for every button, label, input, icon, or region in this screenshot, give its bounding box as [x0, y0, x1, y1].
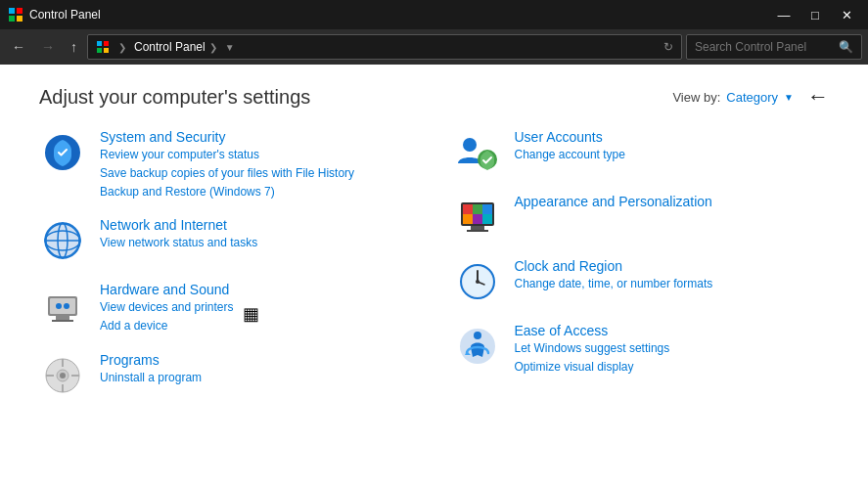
ease-of-access-text: Ease of Access Let Windows suggest setti…	[515, 323, 670, 376]
panel-clock: Clock and Region Change date, time, or n…	[454, 258, 830, 305]
app-icon	[8, 7, 23, 22]
content-header: Adjust your computer's settings View by:…	[39, 84, 829, 110]
programs-icon	[39, 352, 86, 399]
svg-point-19	[56, 303, 62, 309]
right-panels: User Accounts Change account type	[454, 129, 830, 417]
svg-rect-0	[9, 8, 15, 14]
ease-of-access-title[interactable]: Ease of Access	[515, 323, 670, 338]
network-title[interactable]: Network and Internet	[100, 217, 257, 233]
up-button[interactable]: ↑	[65, 35, 83, 59]
clock-text: Clock and Region Change date, time, or n…	[515, 258, 713, 292]
hardware-title[interactable]: Hardware and Sound	[100, 282, 234, 297]
programs-title[interactable]: Programs	[100, 352, 202, 368]
svg-rect-6	[97, 48, 102, 53]
network-icon	[39, 217, 86, 264]
backup-files-link[interactable]: Save backup copies of your files with Fi…	[100, 165, 354, 182]
back-button[interactable]: ←	[6, 35, 31, 59]
window-controls: — □ ✕	[770, 5, 860, 24]
appearance-text: Appearance and Personalization	[515, 194, 712, 209]
svg-point-45	[476, 280, 480, 284]
svg-rect-38	[471, 226, 484, 230]
svg-rect-1	[17, 8, 23, 14]
panel-user-accounts: User Accounts Change account type	[454, 129, 830, 176]
svg-rect-2	[9, 16, 15, 22]
svg-rect-32	[463, 204, 473, 214]
appearance-title[interactable]: Appearance and Personalization	[515, 194, 712, 209]
svg-rect-34	[482, 204, 492, 214]
view-by-label: View by:	[672, 90, 720, 105]
svg-rect-4	[97, 41, 102, 46]
ease-of-access-icon	[454, 323, 501, 370]
breadcrumb-sep: ❯	[118, 42, 126, 53]
hardware-icon	[39, 282, 86, 329]
arrow-pointer: ←	[807, 84, 829, 110]
toolbar: ← → ↑ ❯ Control Panel ❯ ▼ ↻ 🔍	[0, 29, 868, 65]
panel-programs: Programs Uninstall a program	[39, 352, 415, 399]
svg-rect-18	[52, 320, 73, 322]
svg-rect-39	[467, 230, 488, 232]
title-bar: Control Panel — □ ✕	[0, 0, 868, 29]
svg-point-47	[474, 332, 481, 339]
svg-rect-5	[104, 41, 109, 46]
date-time-link[interactable]: Change date, time, or number formats	[515, 276, 713, 292]
hardware-text: Hardware and Sound View devices and prin…	[100, 282, 234, 334]
user-accounts-text: User Accounts Change account type	[515, 129, 625, 163]
svg-rect-7	[104, 48, 109, 53]
view-by-container: View by: Category ▼ ←	[672, 84, 829, 110]
page-title: Adjust your computer's settings	[39, 86, 310, 109]
optimize-visual-link[interactable]: Optimize visual display	[515, 359, 670, 376]
clock-icon	[454, 258, 501, 305]
svg-rect-33	[473, 204, 482, 214]
svg-point-28	[463, 138, 477, 152]
panel-network: Network and Internet View network status…	[39, 217, 415, 264]
panel-appearance: Appearance and Personalization	[454, 194, 830, 241]
view-by-dropdown-icon[interactable]: ▼	[784, 92, 794, 103]
add-device-link[interactable]: Add a device	[100, 318, 234, 334]
window-title: Control Panel	[29, 8, 770, 22]
network-text: Network and Internet View network status…	[100, 217, 257, 251]
appearance-icon	[454, 194, 501, 241]
backup-restore-link[interactable]: Backup and Restore (Windows 7)	[100, 184, 354, 200]
change-account-type-link[interactable]: Change account type	[515, 147, 625, 163]
breadcrumb-control-panel[interactable]: Control Panel	[134, 40, 206, 54]
forward-button[interactable]: →	[35, 35, 61, 59]
panels-grid: System and Security Review your computer…	[39, 129, 829, 417]
minimize-button[interactable]: —	[770, 5, 798, 24]
clock-title[interactable]: Clock and Region	[515, 258, 713, 274]
svg-point-23	[60, 373, 66, 378]
panel-system-security: System and Security Review your computer…	[39, 129, 415, 200]
svg-rect-3	[17, 16, 23, 22]
user-accounts-title[interactable]: User Accounts	[515, 129, 625, 145]
uninstall-link[interactable]: Uninstall a program	[100, 370, 202, 386]
svg-point-20	[64, 303, 69, 309]
panel-hardware: Hardware and Sound View devices and prin…	[39, 282, 415, 334]
refresh-button[interactable]: ↻	[663, 40, 673, 54]
search-input[interactable]	[695, 40, 839, 54]
view-by-value[interactable]: Category	[726, 90, 778, 105]
network-status-link[interactable]: View network status and tasks	[100, 235, 257, 251]
user-accounts-icon	[454, 129, 501, 176]
address-bar[interactable]: ❯ Control Panel ❯ ▼ ↻	[87, 34, 682, 60]
system-security-text: System and Security Review your computer…	[100, 129, 354, 200]
review-status-link[interactable]: Review your computer's status	[100, 147, 354, 163]
svg-rect-36	[473, 214, 482, 224]
system-security-icon	[39, 129, 86, 176]
panel-ease-of-access: Ease of Access Let Windows suggest setti…	[454, 323, 830, 376]
close-button[interactable]: ✕	[833, 5, 860, 24]
view-devices-link[interactable]: View devices and printers	[100, 299, 234, 316]
search-box[interactable]: 🔍	[686, 34, 862, 60]
svg-rect-16	[50, 298, 75, 314]
system-security-title[interactable]: System and Security	[100, 129, 354, 145]
programs-text: Programs Uninstall a program	[100, 352, 202, 386]
search-submit-button[interactable]: 🔍	[839, 40, 853, 54]
svg-rect-35	[463, 214, 473, 224]
main-content: Adjust your computer's settings View by:…	[0, 65, 868, 489]
svg-rect-17	[56, 316, 69, 320]
svg-rect-37	[482, 214, 492, 224]
left-panels: System and Security Review your computer…	[39, 129, 415, 417]
windows-suggest-link[interactable]: Let Windows suggest settings	[515, 340, 670, 357]
maximize-button[interactable]: □	[801, 5, 829, 24]
